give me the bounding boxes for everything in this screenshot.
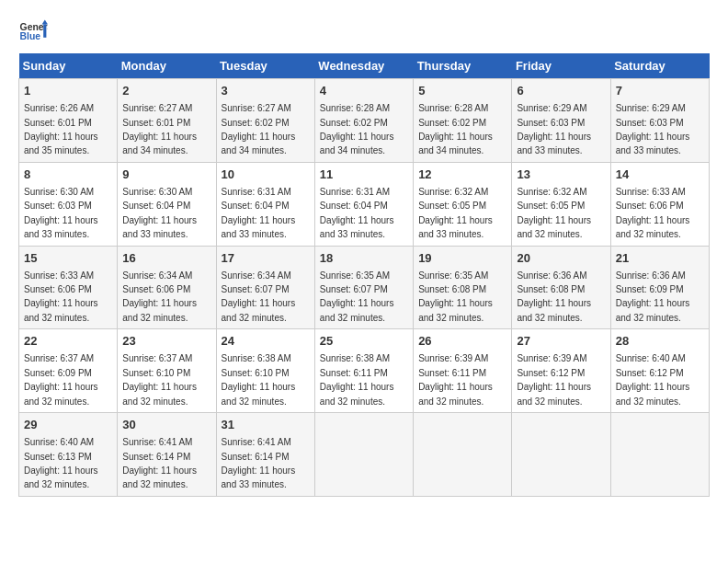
day-number: 10 (222, 167, 310, 183)
calendar-cell: 11 Sunrise: 6:31 AMSunset: 6:04 PMDaylig… (314, 162, 413, 246)
day-number: 23 (122, 333, 210, 350)
day-number: 14 (616, 167, 704, 183)
calendar-cell: 26 Sunrise: 6:39 AMSunset: 6:11 PMDaylig… (414, 329, 512, 413)
day-detail: Sunrise: 6:35 AMSunset: 6:07 PMDaylight:… (320, 270, 394, 323)
col-sunday: Sunday (19, 53, 118, 79)
day-number: 4 (320, 83, 408, 99)
day-number: 2 (122, 83, 210, 99)
day-detail: Sunrise: 6:40 AMSunset: 6:13 PMDaylight:… (24, 437, 98, 489)
day-number: 8 (24, 167, 112, 183)
day-number: 26 (418, 333, 506, 350)
day-number: 20 (517, 250, 605, 267)
day-detail: Sunrise: 6:28 AMSunset: 6:02 PMDaylight:… (320, 103, 394, 155)
day-detail: Sunrise: 6:35 AMSunset: 6:08 PMDaylight:… (418, 270, 493, 323)
day-detail: Sunrise: 6:30 AMSunset: 6:03 PMDaylight:… (24, 187, 98, 239)
day-number: 24 (222, 333, 310, 350)
day-detail: Sunrise: 6:39 AMSunset: 6:11 PMDaylight:… (418, 353, 493, 406)
calendar-cell: 8 Sunrise: 6:30 AMSunset: 6:03 PMDayligh… (19, 162, 118, 246)
day-number: 15 (24, 250, 112, 267)
day-detail: Sunrise: 6:36 AMSunset: 6:09 PMDaylight:… (616, 270, 690, 323)
page-header: General Blue (18, 18, 710, 44)
day-number: 5 (418, 83, 506, 99)
calendar-row: 22 Sunrise: 6:37 AMSunset: 6:09 PMDaylig… (19, 329, 710, 413)
day-detail: Sunrise: 6:30 AMSunset: 6:04 PMDaylight:… (122, 187, 197, 239)
day-detail: Sunrise: 6:34 AMSunset: 6:07 PMDaylight:… (222, 270, 296, 323)
day-number: 31 (222, 417, 310, 433)
calendar-cell: 15 Sunrise: 6:33 AMSunset: 6:06 PMDaylig… (19, 246, 118, 329)
day-detail: Sunrise: 6:41 AMSunset: 6:14 PMDaylight:… (122, 437, 197, 489)
day-number: 30 (122, 417, 210, 433)
logo: General Blue (18, 18, 48, 44)
day-detail: Sunrise: 6:33 AMSunset: 6:06 PMDaylight:… (616, 187, 690, 239)
day-detail: Sunrise: 6:31 AMSunset: 6:04 PMDaylight:… (222, 187, 296, 239)
col-thursday: Thursday (414, 53, 512, 79)
day-detail: Sunrise: 6:37 AMSunset: 6:09 PMDaylight:… (24, 353, 98, 406)
day-number: 3 (222, 83, 310, 99)
calendar-cell: 19 Sunrise: 6:35 AMSunset: 6:08 PMDaylig… (414, 246, 512, 329)
day-number: 17 (222, 250, 310, 267)
day-detail: Sunrise: 6:34 AMSunset: 6:06 PMDaylight:… (122, 270, 197, 323)
day-detail: Sunrise: 6:39 AMSunset: 6:12 PMDaylight:… (517, 353, 591, 406)
calendar-cell: 22 Sunrise: 6:37 AMSunset: 6:09 PMDaylig… (19, 329, 118, 413)
day-detail: Sunrise: 6:40 AMSunset: 6:12 PMDaylight:… (616, 353, 690, 406)
col-friday: Friday (512, 53, 610, 79)
day-detail: Sunrise: 6:29 AMSunset: 6:03 PMDaylight:… (517, 103, 591, 155)
calendar-cell: 5 Sunrise: 6:28 AMSunset: 6:02 PMDayligh… (414, 79, 512, 163)
day-number: 29 (24, 417, 112, 433)
day-number: 28 (616, 333, 704, 350)
svg-text:Blue: Blue (20, 31, 41, 41)
calendar-cell (610, 413, 709, 497)
day-number: 1 (24, 83, 112, 99)
day-number: 22 (24, 333, 112, 350)
calendar-cell: 4 Sunrise: 6:28 AMSunset: 6:02 PMDayligh… (314, 79, 413, 163)
calendar-cell: 16 Sunrise: 6:34 AMSunset: 6:06 PMDaylig… (118, 246, 216, 329)
calendar-cell (314, 413, 413, 497)
day-detail: Sunrise: 6:27 AMSunset: 6:02 PMDaylight:… (222, 103, 296, 155)
calendar-row: 8 Sunrise: 6:30 AMSunset: 6:03 PMDayligh… (19, 162, 710, 246)
calendar-cell: 2 Sunrise: 6:27 AMSunset: 6:01 PMDayligh… (118, 79, 216, 163)
day-detail: Sunrise: 6:28 AMSunset: 6:02 PMDaylight:… (418, 103, 493, 155)
calendar-cell (512, 413, 610, 497)
calendar-cell (414, 413, 512, 497)
col-wednesday: Wednesday (314, 53, 413, 79)
day-number: 13 (517, 167, 605, 183)
day-detail: Sunrise: 6:29 AMSunset: 6:03 PMDaylight:… (616, 103, 690, 155)
day-number: 27 (517, 333, 605, 350)
calendar-cell: 3 Sunrise: 6:27 AMSunset: 6:02 PMDayligh… (216, 79, 314, 163)
calendar-cell: 18 Sunrise: 6:35 AMSunset: 6:07 PMDaylig… (314, 246, 413, 329)
day-number: 11 (320, 167, 408, 183)
day-detail: Sunrise: 6:32 AMSunset: 6:05 PMDaylight:… (517, 187, 591, 239)
day-detail: Sunrise: 6:41 AMSunset: 6:14 PMDaylight:… (222, 437, 296, 489)
calendar-cell: 27 Sunrise: 6:39 AMSunset: 6:12 PMDaylig… (512, 329, 610, 413)
calendar-cell: 24 Sunrise: 6:38 AMSunset: 6:10 PMDaylig… (216, 329, 314, 413)
calendar-cell: 21 Sunrise: 6:36 AMSunset: 6:09 PMDaylig… (610, 246, 709, 329)
day-detail: Sunrise: 6:32 AMSunset: 6:05 PMDaylight:… (418, 187, 493, 239)
day-number: 25 (320, 333, 408, 350)
calendar-cell: 10 Sunrise: 6:31 AMSunset: 6:04 PMDaylig… (216, 162, 314, 246)
day-number: 21 (616, 250, 704, 267)
calendar-cell: 17 Sunrise: 6:34 AMSunset: 6:07 PMDaylig… (216, 246, 314, 329)
col-tuesday: Tuesday (216, 53, 314, 79)
day-detail: Sunrise: 6:26 AMSunset: 6:01 PMDaylight:… (24, 103, 98, 155)
calendar-cell: 1 Sunrise: 6:26 AMSunset: 6:01 PMDayligh… (19, 79, 118, 163)
calendar-row: 1 Sunrise: 6:26 AMSunset: 6:01 PMDayligh… (19, 79, 710, 163)
header-row: Sunday Monday Tuesday Wednesday Thursday… (19, 53, 710, 79)
calendar-cell: 23 Sunrise: 6:37 AMSunset: 6:10 PMDaylig… (118, 329, 216, 413)
calendar-cell: 9 Sunrise: 6:30 AMSunset: 6:04 PMDayligh… (118, 162, 216, 246)
col-saturday: Saturday (610, 53, 709, 79)
day-number: 9 (122, 167, 210, 183)
calendar-cell: 29 Sunrise: 6:40 AMSunset: 6:13 PMDaylig… (19, 413, 118, 497)
calendar-row: 29 Sunrise: 6:40 AMSunset: 6:13 PMDaylig… (19, 413, 710, 497)
day-detail: Sunrise: 6:38 AMSunset: 6:11 PMDaylight:… (320, 353, 394, 406)
calendar-cell: 12 Sunrise: 6:32 AMSunset: 6:05 PMDaylig… (414, 162, 512, 246)
col-monday: Monday (118, 53, 216, 79)
day-detail: Sunrise: 6:27 AMSunset: 6:01 PMDaylight:… (122, 103, 197, 155)
calendar-cell: 6 Sunrise: 6:29 AMSunset: 6:03 PMDayligh… (512, 79, 610, 163)
calendar-body: 1 Sunrise: 6:26 AMSunset: 6:01 PMDayligh… (19, 79, 710, 497)
day-number: 12 (418, 167, 506, 183)
calendar-cell: 31 Sunrise: 6:41 AMSunset: 6:14 PMDaylig… (216, 413, 314, 497)
day-detail: Sunrise: 6:33 AMSunset: 6:06 PMDaylight:… (24, 270, 98, 323)
day-number: 19 (418, 250, 506, 267)
calendar-cell: 30 Sunrise: 6:41 AMSunset: 6:14 PMDaylig… (118, 413, 216, 497)
day-detail: Sunrise: 6:31 AMSunset: 6:04 PMDaylight:… (320, 187, 394, 239)
